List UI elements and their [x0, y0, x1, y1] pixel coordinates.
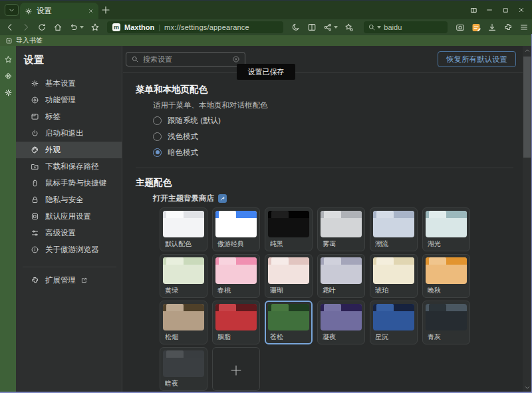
radio-option-2[interactable]: 暗色模式: [153, 144, 221, 160]
sliders-icon: [31, 229, 39, 237]
theme-tile-12[interactable]: 松烟: [160, 301, 207, 344]
theme-tile-14[interactable]: 苍松: [265, 301, 313, 344]
sidebar-item-3[interactable]: 启动和退出: [16, 125, 122, 142]
workspace-button[interactable]: [466, 3, 481, 17]
theme-tile-4[interactable]: 潮流: [370, 207, 418, 251]
theme-swatch: [215, 304, 257, 330]
theme-tile-11[interactable]: 晚秋: [422, 254, 470, 298]
screenshot-button[interactable]: [456, 23, 465, 32]
sidebar-item-0[interactable]: 基本设置: [16, 75, 122, 92]
theme-name: 黄绿: [165, 286, 204, 295]
active-tab[interactable]: 设置: [20, 3, 98, 19]
minimize-button[interactable]: [481, 3, 497, 17]
favorite-star-button[interactable]: [90, 23, 100, 32]
theme-tile-9[interactable]: 霜叶: [317, 254, 365, 298]
radio-label: 浅色模式: [168, 132, 198, 142]
sidebar-item-7[interactable]: 隐私与安全: [16, 192, 122, 208]
sidebar-item-10[interactable]: 关于傲游浏览器: [16, 241, 122, 258]
theme-tile-8[interactable]: 珊瑚: [265, 254, 313, 298]
sidebar-item-label: 标签: [45, 112, 61, 122]
tab-close-icon[interactable]: [88, 8, 94, 14]
theme-tile-2[interactable]: 纯黑: [265, 207, 313, 251]
swatch-tab: [271, 257, 289, 265]
theme-tile-15[interactable]: 凝夜: [317, 301, 365, 344]
undo-button[interactable]: [69, 23, 84, 32]
forward-button[interactable]: [21, 23, 31, 32]
extensions-button[interactable]: [503, 23, 513, 32]
theme-tile-16[interactable]: 星沉: [370, 301, 418, 344]
sidebar-item-6[interactable]: 鼠标手势与快捷键: [16, 175, 122, 192]
address-bar[interactable]: m Maxthon | mx://settings/appearance: [107, 21, 283, 33]
theme-tile-6[interactable]: 黄绿: [160, 254, 207, 298]
theme-name: 凝夜: [323, 332, 362, 342]
maxnote-flower-icon[interactable]: [4, 72, 13, 80]
quick-search-box[interactable]: baidu: [364, 21, 448, 33]
sidebar-item-9[interactable]: 高级设置: [16, 225, 122, 241]
mouse-icon: [31, 179, 39, 188]
clear-search-icon[interactable]: [232, 55, 240, 63]
new-tab-button[interactable]: [100, 5, 111, 15]
favorites-manager-button[interactable]: [344, 23, 354, 32]
import-bookmarks-button[interactable]: 导入书签: [16, 36, 43, 45]
tab-title: 设置: [37, 6, 88, 16]
maximize-button[interactable]: [497, 3, 513, 17]
radio-circle[interactable]: [153, 148, 162, 157]
theme-swatch: [268, 304, 309, 330]
add-theme-tile[interactable]: [212, 347, 260, 391]
radio-option-0[interactable]: 跟随系统 (默认): [153, 112, 221, 128]
theme-swatch: [373, 211, 414, 237]
tab-list-button[interactable]: [5, 4, 19, 16]
theme-name: 纯黑: [270, 239, 309, 249]
back-button[interactable]: [5, 23, 15, 32]
download-button[interactable]: [487, 23, 497, 32]
radio-circle[interactable]: [153, 132, 162, 141]
sidebar-item-2[interactable]: 标签: [16, 108, 122, 125]
search-engine-caret[interactable]: [377, 26, 381, 29]
theme-tile-18[interactable]: 暗夜: [160, 347, 207, 391]
refresh-button[interactable]: [37, 23, 47, 32]
radio-circle[interactable]: [153, 116, 162, 125]
undo-dropdown-caret[interactable]: [80, 26, 84, 29]
open-store-icon[interactable]: [218, 194, 227, 203]
theme-tile-3[interactable]: 雾霭: [317, 207, 365, 251]
home-button[interactable]: [53, 23, 63, 32]
main-menu-button[interactable]: [519, 23, 529, 32]
reader-mode-button[interactable]: [291, 23, 301, 32]
theme-name: 默认配色: [165, 239, 204, 249]
theme-tile-1[interactable]: 傲游经典: [212, 207, 260, 251]
theme-store-link[interactable]: 打开主题背景商店: [153, 194, 214, 203]
theme-tile-13[interactable]: 胭脂: [212, 301, 260, 344]
radio-option-1[interactable]: 浅色模式: [153, 128, 221, 144]
theme-tile-17[interactable]: 青灰: [422, 301, 470, 344]
sidebar-item-5[interactable]: 下载和保存路径: [16, 158, 122, 175]
scroll-up-arrow[interactable]: [523, 46, 531, 55]
settings-search-input[interactable]: 搜索设置: [126, 52, 245, 66]
favorites-star-icon[interactable]: [4, 55, 13, 64]
theme-tile-10[interactable]: 琥珀: [370, 254, 418, 298]
sidebar-item-1[interactable]: 功能管理: [16, 92, 122, 108]
restore-defaults-button[interactable]: 恢复所有默认设置: [438, 51, 516, 67]
theme-tile-0[interactable]: 默认配色: [160, 207, 207, 251]
share-button[interactable]: [323, 23, 338, 32]
scrollbar-thumb[interactable]: [523, 57, 531, 158]
lock-icon: [31, 196, 39, 204]
search-engine-value[interactable]: baidu: [384, 23, 402, 31]
theme-tile-7[interactable]: 春桃: [212, 254, 260, 298]
search-icon: [131, 55, 139, 63]
close-button[interactable]: [513, 3, 529, 17]
sidebar-item-extensions[interactable]: 扩展管理: [16, 272, 122, 289]
sidebar-item-4[interactable]: 外观: [16, 142, 122, 158]
url-text[interactable]: mx://settings/appearance: [164, 23, 249, 31]
theme-name: 雾霭: [323, 239, 362, 249]
split-screen-button[interactable]: [307, 23, 317, 32]
theme-swatch: [163, 211, 204, 237]
maxnote-button[interactable]: [471, 23, 481, 32]
share-dropdown-caret[interactable]: [334, 26, 338, 29]
scroll-down-arrow[interactable]: [523, 383, 531, 392]
theme-swatch: [321, 211, 362, 237]
theme-name: 傲游经典: [217, 239, 257, 249]
vertical-scrollbar[interactable]: [523, 46, 531, 393]
theme-tile-5[interactable]: 湖光: [422, 207, 470, 251]
settings-gear-icon[interactable]: [4, 88, 13, 97]
sidebar-item-8[interactable]: 默认应用设置: [16, 208, 122, 225]
